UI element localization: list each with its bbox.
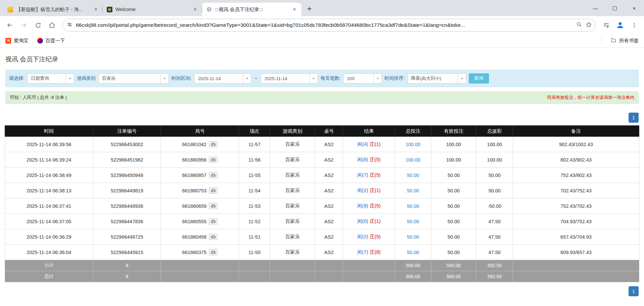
sort-label: 时间排序: bbox=[385, 75, 405, 81]
cell-note: 802.43/902.43 bbox=[513, 152, 639, 168]
summary-currency-count: 币别 : 人民币 | 总共 :8 注单 | bbox=[10, 95, 67, 101]
tab-bet-records[interactable]: :::视讯 会员下注纪录::: × bbox=[202, 3, 301, 16]
all-bookmarks-button[interactable]: 所有书签 bbox=[610, 38, 639, 44]
cell-round-id: 661880753 bbox=[161, 183, 239, 198]
close-tab-icon[interactable]: × bbox=[192, 6, 199, 13]
page-1-button[interactable]: 1 bbox=[629, 286, 639, 296]
home-icon[interactable] bbox=[46, 19, 58, 32]
video-camera-icon[interactable] bbox=[209, 187, 217, 194]
per-page-select[interactable]: 100 ▼ bbox=[343, 73, 382, 83]
video-camera-icon[interactable] bbox=[209, 218, 217, 225]
cell-round-id: 661880659 bbox=[161, 198, 239, 214]
table-row: 2025-11-14 06:37:05 522966447836 6618805… bbox=[5, 214, 639, 229]
video-camera-icon[interactable] bbox=[209, 141, 217, 147]
profile-avatar-icon[interactable] bbox=[614, 19, 627, 32]
video-camera-icon[interactable] bbox=[209, 172, 217, 178]
address-bar[interactable]: 66cxkj98.com/ipl/portal.php/game/betreco… bbox=[62, 19, 596, 32]
chevron-down-icon[interactable]: ▼ bbox=[374, 74, 382, 83]
game-type-label: 游戏类别 bbox=[77, 75, 96, 81]
cell-note: 752.43/802.43 bbox=[513, 168, 639, 183]
cell-session: 11-50 bbox=[239, 245, 270, 260]
total-bet-link[interactable]: 50.00 bbox=[407, 234, 419, 240]
cell-valid-bet: 50.00 bbox=[431, 245, 476, 260]
total-bet-link[interactable]: 50.00 bbox=[407, 250, 419, 255]
zoom-icon[interactable] bbox=[576, 21, 582, 29]
url-text[interactable]: 66cxkj98.com/ipl/portal.php/game/betreco… bbox=[76, 22, 573, 28]
bookmark-label: 百度一下 bbox=[46, 38, 65, 44]
site-info-icon[interactable] bbox=[67, 22, 72, 29]
result-banker: 庄(5) bbox=[370, 203, 381, 208]
cell-table-no: AS2 bbox=[315, 229, 343, 245]
cell-payout: 47.50 bbox=[476, 245, 513, 260]
total-bet-link[interactable]: 50.00 bbox=[407, 188, 419, 193]
bookmark-star-icon[interactable] bbox=[586, 21, 592, 29]
video-camera-icon[interactable] bbox=[209, 234, 217, 240]
cell-game-type: 百家乐 bbox=[270, 198, 315, 214]
refresh-icon[interactable] bbox=[32, 19, 44, 32]
round-id-text: 661880659 bbox=[182, 203, 207, 209]
close-tab-icon[interactable]: × bbox=[291, 6, 298, 13]
total-bet-link[interactable]: 100.00 bbox=[405, 142, 420, 147]
tab-title: 【新提醒】杨雪儿的帖子 - 海... bbox=[16, 6, 89, 13]
cell-valid-bet: 50.00 bbox=[431, 198, 476, 214]
total-bet-link[interactable]: 50.00 bbox=[407, 203, 419, 209]
cell-result: 闲(4)庄(1) bbox=[343, 137, 395, 152]
sort-select[interactable]: 降幕(由大到小) ▼ bbox=[407, 73, 466, 83]
date-range-separator: ~ bbox=[254, 76, 258, 81]
cell-bet-id: 522966450948 bbox=[93, 168, 161, 183]
bookmark-baidu[interactable]: 百度一下 bbox=[37, 38, 65, 44]
baidu-icon bbox=[37, 38, 43, 44]
browser-toolbar: 66cxkj98.com/ipl/portal.php/game/betreco… bbox=[0, 16, 644, 34]
chevron-down-icon[interactable]: ▼ bbox=[309, 74, 317, 83]
taobao-icon: 淘 bbox=[5, 38, 11, 44]
page-1-button[interactable]: 1 bbox=[629, 113, 639, 123]
tab-title: :::视讯 会员下注纪录::: bbox=[215, 6, 288, 13]
close-window-button[interactable]: × bbox=[625, 0, 644, 16]
result-banker: 庄(5) bbox=[370, 172, 381, 178]
total-bet-link[interactable]: 50.00 bbox=[407, 173, 419, 178]
total-bet-link[interactable]: 100.00 bbox=[405, 157, 420, 163]
video-camera-icon[interactable] bbox=[209, 157, 217, 163]
total-label: 总计 bbox=[5, 271, 93, 282]
new-tab-button[interactable]: + bbox=[303, 3, 315, 15]
bookmarks-bar: 淘 爱淘宝 百度一下 所有书签 bbox=[0, 34, 644, 48]
cell-bet-id: 522966453002 bbox=[93, 137, 161, 152]
close-tab-icon[interactable]: × bbox=[92, 6, 99, 13]
column-header: 总派彩 bbox=[476, 126, 513, 137]
maximize-button[interactable]: ▢ bbox=[605, 0, 625, 16]
table-row: 2025-11-14 06:37:41 522966448936 6618806… bbox=[5, 198, 639, 214]
round-id-text: 661881042 bbox=[182, 142, 207, 147]
search-button[interactable]: 查询 bbox=[469, 73, 489, 83]
total-bet-link[interactable]: 50.00 bbox=[407, 219, 419, 224]
tab-title: Welcome bbox=[115, 7, 189, 12]
forum-favicon-icon bbox=[7, 7, 13, 12]
query-type-select[interactable]: 日期查询 ▼ bbox=[27, 73, 74, 83]
game-type-select[interactable]: 百家乐 ▼ bbox=[98, 73, 169, 83]
forward-icon[interactable] bbox=[17, 19, 30, 32]
window-controls: — ▢ × bbox=[586, 0, 644, 16]
bookmark-taobao[interactable]: 淘 爱淘宝 bbox=[5, 38, 29, 44]
video-camera-icon[interactable] bbox=[209, 203, 217, 209]
menu-kebab-icon[interactable] bbox=[628, 19, 641, 32]
cell-table-no: AS2 bbox=[315, 152, 343, 168]
chevron-down-icon[interactable]: ▼ bbox=[243, 74, 251, 83]
cell-game-type: 百家乐 bbox=[270, 137, 315, 152]
cell-total-bet: 50.00 bbox=[395, 245, 431, 260]
chevron-down-icon[interactable]: ▼ bbox=[458, 74, 466, 83]
media-controls-icon[interactable] bbox=[600, 19, 612, 32]
empty-cell bbox=[315, 271, 343, 282]
cell-note: 702.43/752.43 bbox=[513, 183, 639, 198]
cell-time: 2025-11-14 06:36:04 bbox=[5, 245, 93, 260]
result-banker: 庄(1) bbox=[370, 188, 381, 193]
back-icon[interactable] bbox=[3, 19, 16, 32]
date-from-select[interactable]: 2025-11-14 ▼ bbox=[194, 73, 251, 83]
chevron-down-icon[interactable]: ▼ bbox=[66, 74, 74, 83]
chevron-down-icon[interactable]: ▼ bbox=[160, 74, 168, 83]
date-to-select[interactable]: 2025-11-14 ▼ bbox=[261, 73, 318, 83]
tab-welcome[interactable]: Welcome × bbox=[103, 3, 202, 16]
cell-valid-bet: 50.00 bbox=[431, 214, 476, 229]
cell-table-no: AS2 bbox=[315, 198, 343, 214]
minimize-button[interactable]: — bbox=[586, 0, 605, 16]
tab-forum[interactable]: 【新提醒】杨雪儿的帖子 - 海... × bbox=[3, 3, 103, 16]
video-camera-icon[interactable] bbox=[209, 249, 217, 255]
